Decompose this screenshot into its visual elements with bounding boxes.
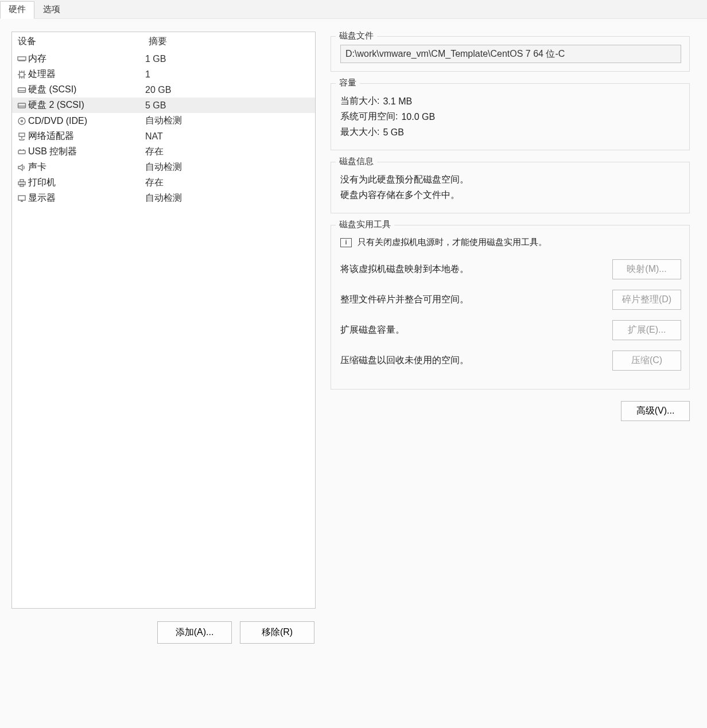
device-summary: 存在	[145, 177, 164, 189]
printer-icon	[15, 178, 28, 188]
advanced-button[interactable]: 高级(V)...	[621, 401, 690, 421]
device-summary: NAT	[145, 131, 163, 142]
disk-icon	[15, 101, 28, 110]
free-space-value: 10.0 GB	[401, 112, 435, 122]
device-list-header: 设备 摘要	[12, 32, 315, 51]
device-summary: 1	[145, 69, 150, 80]
device-row[interactable]: 打印机存在	[12, 175, 315, 190]
device-row[interactable]: 处理器1	[12, 67, 315, 82]
compact-button[interactable]: 压缩(C)	[612, 351, 681, 371]
disk-info-legend: 磁盘信息	[336, 156, 377, 167]
disk-icon	[15, 85, 28, 95]
expand-desc: 扩展磁盘容量。	[340, 324, 612, 336]
svg-rect-1	[20, 72, 24, 77]
defrag-desc: 整理文件碎片并整合可用空间。	[340, 294, 612, 306]
svg-point-5	[21, 120, 23, 122]
cd-icon	[15, 116, 28, 126]
compact-desc: 压缩磁盘以回收未使用的空间。	[340, 355, 612, 367]
device-name: 硬盘 (SCSI)	[28, 84, 145, 96]
device-name: 网络适配器	[28, 130, 145, 142]
disk-info-group: 磁盘信息 没有为此硬盘预分配磁盘空间。 硬盘内容存储在多个文件中。	[331, 162, 690, 213]
device-summary: 存在	[145, 146, 164, 158]
device-summary: 5 GB	[145, 100, 166, 111]
header-summary: 摘要	[149, 36, 167, 48]
device-row[interactable]: 硬盘 (SCSI)20 GB	[12, 82, 315, 98]
device-summary: 1 GB	[145, 54, 166, 64]
defrag-button[interactable]: 碎片整理(D)	[612, 290, 681, 310]
disk-file-path-input[interactable]	[340, 45, 681, 63]
remove-button[interactable]: 移除(R)	[240, 621, 314, 644]
svg-rect-9	[20, 180, 24, 182]
svg-rect-3	[18, 103, 26, 108]
svg-point-4	[18, 118, 25, 124]
device-row[interactable]: 内存1 GB	[12, 51, 315, 67]
map-button[interactable]: 映射(M)...	[612, 259, 681, 279]
disk-file-group: 磁盘文件	[331, 36, 690, 72]
cpu-icon	[15, 70, 28, 79]
expand-button[interactable]: 扩展(E)...	[612, 320, 681, 340]
device-row[interactable]: 网络适配器NAT	[12, 129, 315, 144]
add-button[interactable]: 添加(A)...	[157, 621, 232, 644]
device-summary: 自动检测	[145, 192, 182, 204]
device-row[interactable]: 声卡自动检测	[12, 159, 315, 175]
capacity-group: 容量 当前大小: 3.1 MB 系统可用空间: 10.0 GB 最大大小: 5 …	[331, 83, 690, 150]
device-row[interactable]: CD/DVD (IDE)自动检测	[12, 113, 315, 129]
device-name: 内存	[28, 53, 145, 65]
current-size-value: 3.1 MB	[383, 96, 412, 107]
memory-icon	[15, 54, 28, 64]
device-name: 硬盘 2 (SCSI)	[28, 99, 145, 111]
disk-util-group: 磁盘实用工具 只有关闭虚拟机电源时，才能使用磁盘实用工具。 将该虚拟机磁盘映射到…	[331, 225, 690, 390]
sound-icon	[15, 163, 28, 172]
tab-options[interactable]: 选项	[34, 1, 69, 18]
svg-rect-2	[18, 88, 26, 92]
svg-rect-7	[18, 150, 25, 154]
device-summary: 自动检测	[145, 115, 182, 127]
display-icon	[15, 194, 28, 203]
device-name: USB 控制器	[28, 146, 145, 158]
device-summary: 20 GB	[145, 85, 171, 95]
device-row[interactable]: 硬盘 2 (SCSI)5 GB	[12, 98, 315, 113]
current-size-label: 当前大小:	[340, 95, 379, 107]
header-device: 设备	[18, 36, 149, 48]
svg-rect-11	[18, 196, 25, 200]
tab-bar: 硬件 选项	[0, 0, 707, 19]
disk-info-line1: 没有为此硬盘预分配磁盘空间。	[340, 174, 681, 186]
max-size-label: 最大大小:	[340, 126, 379, 138]
device-name: 显示器	[28, 192, 145, 204]
device-summary: 自动检测	[145, 161, 182, 173]
free-space-label: 系统可用空间:	[340, 111, 398, 123]
info-icon	[340, 238, 352, 247]
tab-hardware[interactable]: 硬件	[0, 1, 34, 19]
disk-info-line2: 硬盘内容存储在多个文件中。	[340, 189, 681, 201]
svg-rect-0	[18, 57, 26, 60]
device-name: 声卡	[28, 161, 145, 173]
disk-util-legend: 磁盘实用工具	[336, 219, 394, 230]
svg-rect-10	[20, 184, 24, 186]
network-icon	[15, 132, 28, 141]
device-name: 打印机	[28, 177, 145, 189]
svg-rect-6	[19, 133, 25, 137]
capacity-legend: 容量	[336, 77, 360, 88]
device-name: CD/DVD (IDE)	[28, 116, 145, 126]
device-row[interactable]: 显示器自动检测	[12, 190, 315, 206]
disk-util-note: 只有关闭虚拟机电源时，才能使用磁盘实用工具。	[358, 237, 547, 248]
map-desc: 将该虚拟机磁盘映射到本地卷。	[340, 263, 612, 275]
device-row[interactable]: USB 控制器存在	[12, 144, 315, 159]
device-list: 设备 摘要 内存1 GB处理器1硬盘 (SCSI)20 GB硬盘 2 (SCSI…	[11, 32, 316, 609]
device-name: 处理器	[28, 68, 145, 80]
usb-icon	[15, 147, 28, 157]
disk-file-legend: 磁盘文件	[336, 30, 377, 41]
max-size-value: 5 GB	[383, 127, 403, 138]
